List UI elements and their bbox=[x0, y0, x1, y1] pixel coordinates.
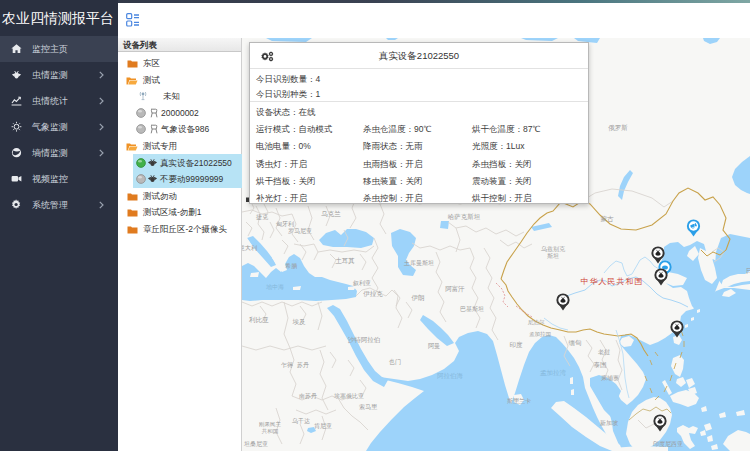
svg-text:泰国: 泰国 bbox=[594, 361, 607, 369]
svg-text:利比亚: 利比亚 bbox=[248, 316, 269, 323]
svg-text:孟加拉湾: 孟加拉湾 bbox=[540, 369, 567, 377]
svg-text:意大利: 意大利 bbox=[242, 244, 257, 252]
svg-text:南苏丹: 南苏丹 bbox=[299, 392, 317, 399]
svg-text:印度: 印度 bbox=[510, 341, 524, 349]
svg-text:乌干达: 乌干达 bbox=[292, 417, 310, 425]
svg-text:柬埔寨: 柬埔寨 bbox=[601, 374, 619, 381]
svg-text:缅甸: 缅甸 bbox=[569, 339, 582, 346]
svg-text:新加坡: 新加坡 bbox=[600, 419, 618, 426]
svg-text:叙利亚: 叙利亚 bbox=[353, 279, 371, 287]
svg-text:日: 日 bbox=[746, 267, 750, 274]
svg-text:斯里兰卡: 斯里兰卡 bbox=[507, 397, 531, 404]
svg-text:巴基斯坦: 巴基斯坦 bbox=[460, 306, 484, 312]
svg-text:刚果民主: 刚果民主 bbox=[259, 421, 282, 428]
svg-text:俄罗斯: 俄罗斯 bbox=[608, 124, 628, 132]
svg-text:哈萨克斯坦: 哈萨克斯坦 bbox=[448, 213, 481, 221]
svg-text:乌兹别克: 乌兹别克 bbox=[541, 245, 565, 253]
svg-text:埃及: 埃及 bbox=[292, 318, 307, 325]
svg-text:乌克兰: 乌克兰 bbox=[321, 210, 341, 218]
svg-text:乍得: 乍得 bbox=[281, 361, 293, 369]
svg-text:中华人民共和国: 中华人民共和国 bbox=[581, 277, 644, 286]
svg-text:匈牙利: 匈牙利 bbox=[276, 221, 294, 228]
svg-text:沙特阿拉伯: 沙特阿拉伯 bbox=[348, 336, 381, 344]
svg-text:阿富汗: 阿富汗 bbox=[445, 285, 465, 293]
svg-text:蒙古: 蒙古 bbox=[601, 215, 615, 223]
svg-text:伊拉克: 伊拉克 bbox=[363, 290, 383, 298]
svg-text:斯坦: 斯坦 bbox=[547, 253, 559, 259]
svg-text:地中海: 地中海 bbox=[266, 284, 284, 290]
svg-text:孟加拉国: 孟加拉国 bbox=[529, 331, 551, 338]
svg-text:也门: 也门 bbox=[389, 358, 401, 365]
svg-text:坦桑尼亚: 坦桑尼亚 bbox=[243, 440, 268, 447]
svg-text:苏丹: 苏丹 bbox=[297, 361, 309, 368]
svg-text:索马里: 索马里 bbox=[359, 404, 378, 410]
svg-text:阿曼: 阿曼 bbox=[428, 343, 440, 350]
svg-text:土库曼斯坦: 土库曼斯坦 bbox=[403, 259, 434, 267]
svg-text:希腊: 希腊 bbox=[285, 263, 297, 269]
svg-text:土耳其: 土耳其 bbox=[335, 257, 355, 265]
svg-text:罗马尼亚: 罗马尼亚 bbox=[288, 227, 312, 234]
svg-text:伊朗: 伊朗 bbox=[412, 294, 425, 302]
svg-text:肯尼亚: 肯尼亚 bbox=[314, 422, 332, 429]
svg-text:尼泊尔: 尼泊尔 bbox=[528, 319, 545, 326]
svg-text:捷克: 捷克 bbox=[256, 213, 268, 221]
svg-text:共和国: 共和国 bbox=[261, 428, 279, 435]
svg-text:老挝: 老挝 bbox=[598, 349, 610, 356]
svg-text:印度尼西亚: 印度尼西亚 bbox=[653, 440, 683, 448]
svg-text:阿拉伯海: 阿拉伯海 bbox=[437, 372, 464, 380]
svg-text:埃塞俄比亚: 埃塞俄比亚 bbox=[334, 392, 364, 400]
